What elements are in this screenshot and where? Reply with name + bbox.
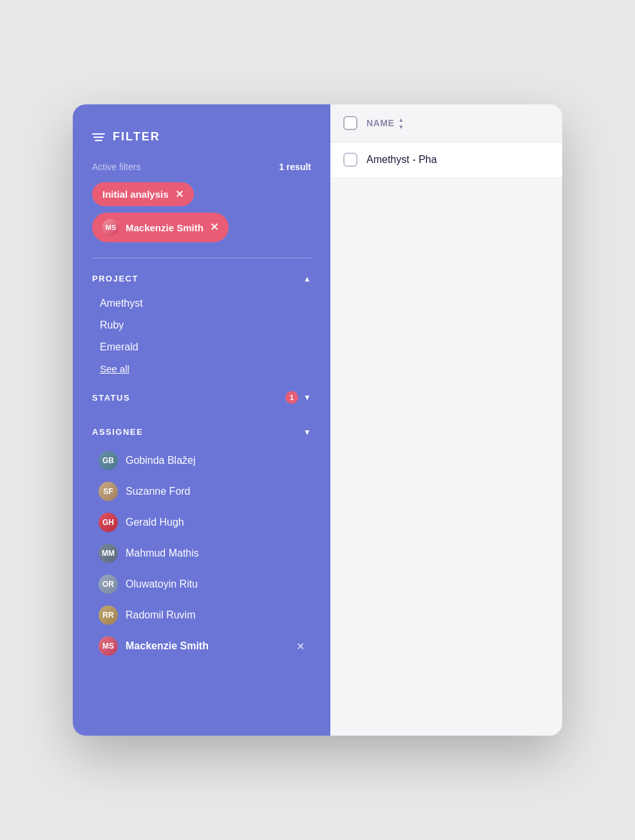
tag-avatar: MS (102, 219, 119, 236)
assignee-item-radomil[interactable]: RR Radomil Ruvim (92, 602, 311, 629)
status-section-header[interactable]: STATUS 1 ▼ (92, 391, 311, 404)
project-section: PROJECT ▲ Amethyst Ruby Emerald See all (92, 274, 311, 378)
header-checkbox[interactable] (343, 116, 357, 130)
avatar-gerald: GH (99, 513, 118, 532)
assignee-section-header[interactable]: ASSIGNEE ▼ (92, 427, 311, 437)
filter-sidebar: FILTER Active filters 1 result Initial a… (73, 104, 330, 736)
status-badge: 1 (285, 391, 298, 404)
filter-title: FILTER (113, 130, 160, 144)
name-column-label: NAME (366, 118, 394, 128)
tag-label: Initial analysis (102, 189, 169, 200)
filter-tag-initial-analysis[interactable]: Initial analysis ✕ (92, 182, 194, 206)
assignee-item-gobinda[interactable]: GB Gobinda Blažej (92, 447, 311, 474)
assignee-item-mahmud[interactable]: MM Mahmud Mathis (92, 540, 311, 567)
main-content: NAME ▲ ▼ Amethyst - Pha (330, 104, 562, 736)
assignee-name-oluwatoyin: Oluwatoyin Ritu (126, 578, 198, 590)
remove-tag-icon[interactable]: ✕ (175, 189, 184, 200)
assignee-item-oluwatoyin[interactable]: OR Oluwatoyin Ritu (92, 571, 311, 598)
remove-assignee-icon[interactable]: ✕ (296, 640, 305, 653)
filter-icon (92, 133, 105, 141)
status-chevron-down-icon: ▼ (303, 393, 311, 402)
assignee-item-suzanne[interactable]: SF Suzanne Ford (92, 478, 311, 505)
row-checkbox[interactable] (343, 153, 357, 167)
project-list: Amethyst Ruby Emerald (92, 294, 311, 357)
divider (92, 258, 311, 258)
avatar-mackenzie: MS (99, 636, 118, 656)
status-section-title: STATUS (92, 393, 130, 403)
assignee-name-gobinda: Gobinda Blažej (126, 455, 196, 466)
project-section-title: PROJECT (92, 274, 138, 283)
filter-tags: Initial analysis ✕ MS Mackenzie Smith ✕ (92, 182, 311, 242)
avatar-suzanne: SF (99, 482, 118, 501)
avatar-oluwatoyin: OR (99, 575, 118, 594)
assignee-section: ASSIGNEE ▼ GB Gobinda Blažej SF Suzanne … (92, 427, 311, 660)
project-section-header[interactable]: PROJECT ▲ (92, 274, 311, 283)
result-count: 1 result (279, 162, 311, 172)
row-name: Amethyst - Pha (366, 154, 437, 166)
avatar-mahmud: MM (99, 544, 118, 563)
avatar-radomil: RR (99, 606, 118, 625)
filter-tag-mackenzie-smith[interactable]: MS Mackenzie Smith ✕ (92, 213, 229, 242)
assignee-item-gerald[interactable]: GH Gerald Hugh (92, 509, 311, 536)
tag-label: Mackenzie Smith (126, 222, 204, 233)
status-header-right: 1 ▼ (285, 391, 311, 404)
sort-arrows-icon: ▲ ▼ (398, 117, 404, 130)
assignee-chevron-down-icon: ▼ (303, 428, 311, 437)
assignee-list: GB Gobinda Blažej SF Suzanne Ford GH Ger… (92, 447, 311, 660)
assignee-section-title: ASSIGNEE (92, 427, 143, 437)
status-section: STATUS 1 ▼ (92, 391, 311, 414)
assignee-item-mackenzie[interactable]: MS Mackenzie Smith ✕ (92, 633, 311, 660)
assignee-name-suzanne: Suzanne Ford (126, 486, 191, 497)
project-item-ruby[interactable]: Ruby (92, 316, 311, 335)
assignee-name-radomil: Radomil Ruvim (126, 609, 195, 621)
active-filters-row: Active filters 1 result (92, 162, 311, 172)
assignee-name-mahmud: Mahmud Mathis (126, 548, 199, 559)
assignee-name-gerald: Gerald Hugh (126, 517, 184, 528)
project-item-amethyst[interactable]: Amethyst (92, 294, 311, 313)
assignee-name-mackenzie: Mackenzie Smith (126, 640, 209, 652)
table-empty-area (330, 178, 562, 736)
filter-header: FILTER (92, 130, 311, 144)
project-chevron-up-icon: ▲ (303, 274, 311, 283)
name-column-header[interactable]: NAME ▲ ▼ (366, 117, 404, 130)
active-filters-label: Active filters (92, 162, 140, 172)
project-item-emerald[interactable]: Emerald (92, 338, 311, 357)
table-header: NAME ▲ ▼ (330, 104, 562, 142)
avatar-gobinda: GB (99, 451, 118, 470)
remove-tag-icon[interactable]: ✕ (210, 222, 218, 233)
see-all-link[interactable]: See all (92, 359, 137, 378)
table-row[interactable]: Amethyst - Pha (330, 142, 562, 178)
